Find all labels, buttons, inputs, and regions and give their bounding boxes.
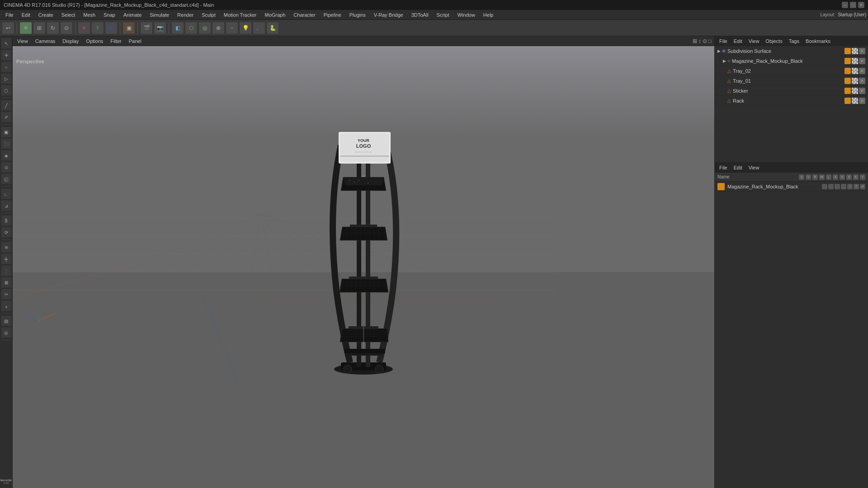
vp-icon-1[interactable]: ⊞ <box>693 38 697 44</box>
tool-10[interactable]: ◈ <box>1 150 12 161</box>
scene-3d[interactable]: YOUR LOGO — — — — — <box>13 46 714 488</box>
vp-menu-panel[interactable]: Panel <box>127 38 143 45</box>
tool-22[interactable]: ⟁ <box>1 300 12 311</box>
vp-menu-filter[interactable]: Filter <box>108 38 123 45</box>
menu-character[interactable]: Character <box>290 11 319 19</box>
tool-12[interactable]: ◱ <box>1 174 12 184</box>
camera-tool[interactable]: 🎥 <box>253 22 265 34</box>
vp-icon-4[interactable]: □ <box>708 38 712 44</box>
attr-t-icon[interactable]: T <box>854 184 859 189</box>
tool-14[interactable]: ⊿ <box>1 200 12 211</box>
obj-row-tray02[interactable]: △ Tray_02 ✕ <box>715 66 868 76</box>
menu-bar[interactable]: File Edit Create Select Mesh Snap Animat… <box>0 10 868 20</box>
vp-menu-options[interactable]: Options <box>84 38 105 45</box>
layout-value[interactable]: Startup (User) <box>838 12 866 17</box>
menu-motion-tracker[interactable]: Motion Tracker <box>220 11 260 19</box>
tool-5[interactable]: ⬡ <box>1 85 12 96</box>
obj-dot-6[interactable] <box>844 98 851 104</box>
object-mode[interactable]: ▣ <box>123 22 135 34</box>
obj-row-sticker[interactable]: △ Sticker ✕ <box>715 86 868 96</box>
obj-checker-2[interactable] <box>852 58 858 64</box>
tool-6[interactable]: ╱ <box>1 100 12 111</box>
menu-mograph[interactable]: MoGraph <box>261 11 289 19</box>
tool-13[interactable]: ∟ <box>1 188 12 199</box>
tool-20[interactable]: ⊠ <box>1 277 12 288</box>
menu-mesh[interactable]: Mesh <box>80 11 99 19</box>
obj-checker-4[interactable] <box>852 78 858 84</box>
menu-3dtoall[interactable]: 3DToAll <box>408 11 432 19</box>
tool-2[interactable]: ✛ <box>1 50 12 61</box>
attr-row-rack[interactable]: Magazine_Rack_Mockup_Black I T H <box>715 182 868 192</box>
obj-x-4[interactable]: ✕ <box>859 78 865 84</box>
maximize-button[interactable]: □ <box>850 2 856 8</box>
scene-tool[interactable]: 💡 <box>239 22 252 34</box>
y-axis[interactable]: Y <box>91 22 104 34</box>
obj-tab-objects[interactable]: Objects <box>764 38 784 45</box>
vp-icon-2[interactable]: ↕ <box>698 38 701 44</box>
attr-i-icon[interactable]: I <box>847 184 853 189</box>
obj-arrow[interactable]: ▶ <box>717 49 721 53</box>
obj-x-5[interactable]: ✕ <box>859 88 865 94</box>
tool-4[interactable]: ▷ <box>1 73 12 84</box>
tool-18[interactable]: ╪ <box>1 253 12 264</box>
obj-dot-1[interactable] <box>844 48 851 54</box>
attr-v-icon[interactable] <box>822 184 827 189</box>
obj-arrow-rack[interactable]: ▶ <box>723 59 726 63</box>
attr-r-icon[interactable] <box>828 184 834 189</box>
obj-row-subdivision[interactable]: ▶ ⊕ Subdivision Surface ✕ <box>715 46 868 56</box>
tool-8[interactable]: ▣ <box>1 127 12 137</box>
obj-dot-2[interactable] <box>844 58 851 64</box>
vp-menu-view[interactable]: View <box>15 38 30 45</box>
main-toolbar[interactable]: ↩ ✛ ⊞ ↻ ⊙ ✕ Y Z ▣ 🎬 📷 ◧ ⬡ ◎ ⊗ ~ 💡 🎥 🐍 <box>0 20 868 36</box>
menu-simulate[interactable]: Simulate <box>146 11 173 19</box>
obj-tab-tags[interactable]: Tags <box>787 38 801 45</box>
python-btn[interactable]: 🐍 <box>266 22 279 34</box>
obj-tab-view[interactable]: View <box>747 38 761 45</box>
obj-dot-5[interactable] <box>844 88 851 94</box>
menu-vray[interactable]: V-Ray Bridge <box>370 11 407 19</box>
tool-21[interactable]: ✂ <box>1 289 12 300</box>
poly-tool[interactable]: ⬡ <box>185 22 198 34</box>
tool-1[interactable]: ↖ <box>1 38 12 49</box>
tool-16[interactable]: ⟳ <box>1 227 12 238</box>
minimize-button[interactable]: ─ <box>842 2 848 8</box>
rotate-tool[interactable]: ↻ <box>47 22 59 34</box>
tool-3[interactable]: ○ <box>1 61 12 72</box>
menu-sculpt[interactable]: Sculpt <box>198 11 219 19</box>
obj-row-rack-mockup[interactable]: ▶ ○ Magazine_Rack_Mockup_Black ✕ <box>715 56 868 66</box>
move-tool[interactable]: ✛ <box>19 22 32 34</box>
attr-h-icon[interactable]: H <box>860 184 865 189</box>
obj-checker-5[interactable] <box>852 88 858 94</box>
obj-tab-bookmarks[interactable]: Bookmarks <box>804 38 832 45</box>
tool-23[interactable]: ▤ <box>1 315 12 326</box>
tool-11[interactable]: ⊙ <box>1 162 12 173</box>
obj-checker-1[interactable] <box>852 48 858 54</box>
window-controls[interactable]: ─ □ ✕ <box>842 2 864 8</box>
cube-tool[interactable]: ◧ <box>171 22 184 34</box>
obj-dot-3[interactable] <box>844 68 851 74</box>
tool-7[interactable]: ✐ <box>1 112 12 122</box>
obj-x-3[interactable]: ✕ <box>859 68 865 74</box>
attr-tab-edit[interactable]: Edit <box>732 164 744 171</box>
tool-17[interactable]: ≋ <box>1 242 12 253</box>
vp-icon-3[interactable]: ⊙ <box>703 38 707 44</box>
render-view[interactable]: 📷 <box>154 22 166 34</box>
obj-row-tray01[interactable]: △ Tray_01 ✕ <box>715 76 868 86</box>
x-axis[interactable]: ✕ <box>78 22 90 34</box>
obj-row-rack[interactable]: △ Rack ✕ <box>715 96 868 106</box>
spline-tool[interactable]: ◎ <box>198 22 211 34</box>
menu-window[interactable]: Window <box>454 11 479 19</box>
vp-menu-cameras[interactable]: Cameras <box>33 38 57 45</box>
menu-snap[interactable]: Snap <box>100 11 119 19</box>
deform-tool[interactable]: ~ <box>226 22 238 34</box>
viewport-toolbar[interactable]: View Cameras Display Options Filter Pane… <box>13 36 714 46</box>
tool-24[interactable]: ◎ <box>1 327 12 338</box>
obj-tab-file[interactable]: File <box>717 38 729 45</box>
obj-dot-4[interactable] <box>844 78 851 84</box>
menu-edit[interactable]: Edit <box>18 11 34 19</box>
viewport-icons[interactable]: ⊞ ↕ ⊙ □ <box>693 38 712 44</box>
attr-tab-view[interactable]: View <box>747 164 761 171</box>
viewport[interactable]: View Cameras Display Options Filter Pane… <box>13 36 714 488</box>
scale-tool[interactable]: ⊞ <box>33 22 46 34</box>
select-all[interactable]: ⊙ <box>60 22 73 34</box>
